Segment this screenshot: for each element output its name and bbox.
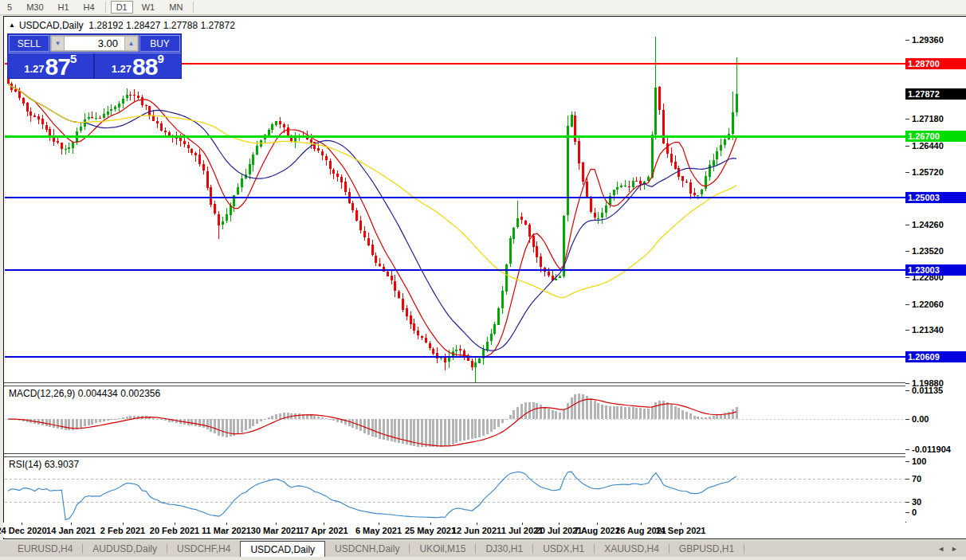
symbol-tab-gbpusd[interactable]: GBPUSD,H1 [670,540,744,558]
axis-tick [905,119,909,119]
chart-ohlc-header: ▲USDCAD,Daily 1.28192 1.28427 1.27788 1.… [9,20,235,31]
timeframe-button-w1[interactable]: W1 [136,1,161,14]
tab-scroll-left-icon[interactable]: ◄ [937,545,944,553]
toolbar-separator [105,2,106,13]
axis-tick [905,251,909,252]
axis-tick [905,449,909,450]
symbol-tab-xauusd[interactable]: XAUUSD,H4 [595,540,669,558]
date-tick [641,523,642,525]
macd-indicator-label: MACD(12,26,9) 0.004434 0.002356 [9,388,160,399]
symbol-tab-dj30[interactable]: DJ30,H1 [476,540,532,558]
sell-price-big-digits: 87 [45,57,70,77]
panel-splitter-rsi[interactable] [4,453,966,457]
date-tick [559,523,560,525]
timeframe-button-5[interactable]: 5 [2,1,18,14]
hline-price-tag: 1.25003 [905,192,966,203]
symbol-period-label: USDCAD,Daily [19,20,84,31]
rsi-axis-label: 70 [912,474,921,484]
axis-tick [905,225,909,225]
macd-axis-label: 0.01135 [912,386,943,395]
date-tick [324,523,324,525]
rsi-axis-label: 30 [912,497,921,507]
date-tick [597,523,598,525]
buy-price-prefix: 1.27 [112,61,132,77]
hline-price-tag: 1.23003 [905,264,966,276]
timeframe-button-m30[interactable]: M30 [21,1,49,14]
date-label: 14 Jan 2021 [46,526,96,535]
axis-tick [905,479,909,480]
buy-button[interactable]: BUY [139,35,180,52]
date-tick [477,523,477,525]
axis-tick [905,512,909,513]
macd-axis-label: 0.00 [912,414,929,424]
date-tick [681,523,681,525]
date-label: 25 May 2021 [405,526,456,535]
date-axis[interactable]: 24 Dec 202014 Jan 20212 Feb 202120 Feb 2… [3,523,966,538]
axis-tick [905,419,909,420]
buy-price-pip-digit: 9 [157,54,163,64]
symbol-tab-audusd[interactable]: AUDUSD,Daily [83,540,167,558]
symbol-tab-usdx[interactable]: USDX,H1 [533,540,594,558]
sell-price-pip-digit: 5 [70,54,77,64]
hline-price-tag: 1.20609 [905,351,966,362]
date-label: 20 Feb 2021 [150,526,199,535]
date-label: 2 Feb 2021 [100,526,145,535]
ohlc-high: 1.28427 [126,20,160,31]
sell-button[interactable]: SELL [9,35,49,52]
axis-tick [905,383,909,384]
buy-price-display[interactable]: 1.27 88 9 [95,53,182,79]
date-label: 7 Aug 2021 [574,526,620,535]
mt4-terminal: 5M30H1H4D1W1MN ▲USDCAD,Daily 1.28192 1.2… [0,0,966,560]
date-tick [379,523,379,525]
ohlc-open: 1.28192 [88,20,123,31]
date-tick [22,523,22,525]
sell-price-display[interactable]: 1.27 87 5 [8,53,95,79]
tab-scroll-right-icon[interactable]: ► [951,545,958,553]
rsi-panel-canvas[interactable] [5,456,905,523]
symbol-tab-usdchf[interactable]: USDCHF,H4 [167,540,240,558]
timeframe-button-mn[interactable]: MN [163,1,188,14]
buy-price-big-digits: 88 [132,57,157,77]
axis-tick [905,390,909,391]
timeframe-button-d1[interactable]: D1 [111,1,133,14]
panel-splitter-macd[interactable] [4,382,966,386]
symbol-tab-ukoil[interactable]: UKOil,M15 [410,540,475,558]
axis-tick [905,172,909,173]
symbol-tab-usdcnh[interactable]: USDCNH,Daily [325,540,409,558]
price-tick-label: 1.21340 [912,325,944,335]
date-label: 6 May 2021 [355,526,402,535]
current-price-tag: 1.27872 [905,88,966,100]
ohlc-close: 1.27872 [200,20,234,31]
price-tick-label: 1.22060 [912,300,944,309]
rsi-axis-label: 100 [912,456,926,466]
price-axis[interactable]: 1.293601.271801.264401.257201.242601.235… [905,17,966,522]
chart-window: ▲USDCAD,Daily 1.28192 1.28427 1.27788 1.… [3,16,966,539]
toolbar-separator [193,2,194,13]
one-click-trading-panel: SELL ▼ 3.00 ▲ BUY 1.27 87 5 1.27 88 9 [7,33,182,79]
symbol-tab-eurusd[interactable]: EURUSD,H4 [8,540,82,558]
tab-separator [744,544,744,554]
price-tick-label: 1.25720 [912,167,944,177]
volume-increase-button[interactable]: ▲ [124,36,138,51]
hline-price-tag: 1.26700 [905,131,966,142]
symbol-tab-bar: EURUSD,H4AUDUSD,DailyUSDCHF,H4USDCAD,Dai… [0,539,966,558]
axis-tick [905,146,909,147]
date-label: 17 Apr 2021 [299,526,348,535]
volume-input[interactable]: 3.00 [65,36,124,51]
hline-price-tag: 1.28700 [905,58,966,69]
rsi-value: 63.9037 [45,459,79,470]
collapse-arrow-icon[interactable]: ▲ [9,22,15,29]
symbol-tab-usdcad[interactable]: USDCAD,Daily [240,541,325,558]
macd-axis-label: -0.011904 [912,444,951,454]
axis-tick [905,461,909,462]
date-tick [71,523,72,525]
date-tick [175,523,175,525]
date-label: 24 Dec 2020 [0,526,47,535]
macd-value-2: 0.002356 [120,388,160,399]
date-tick [430,523,431,525]
volume-spinner: ▼ 3.00 ▲ [50,35,139,52]
sell-price-prefix: 1.27 [24,61,44,77]
timeframe-button-h1[interactable]: H1 [53,1,75,14]
volume-decrease-button[interactable]: ▼ [51,36,65,51]
timeframe-button-h4[interactable]: H4 [78,1,100,14]
